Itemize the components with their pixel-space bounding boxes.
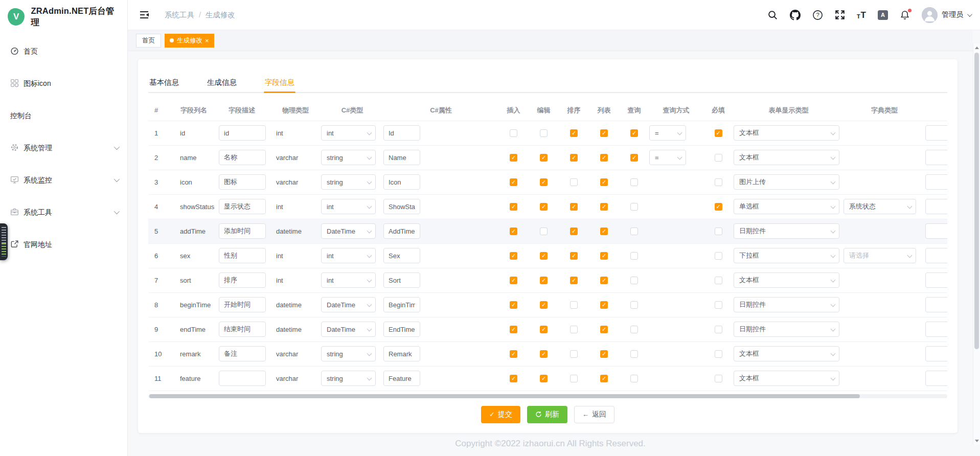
display-type-select[interactable]: 文本框 xyxy=(734,150,839,165)
cs-type-select[interactable]: DateTime xyxy=(321,297,376,312)
query-checkbox[interactable] xyxy=(630,203,638,211)
cs-type-select[interactable]: string xyxy=(321,174,376,190)
query-checkbox[interactable] xyxy=(630,277,638,284)
edit-checkbox[interactable] xyxy=(540,203,548,211)
description-input[interactable] xyxy=(219,248,266,263)
description-input[interactable] xyxy=(219,371,266,386)
cs-property-input[interactable] xyxy=(383,371,420,386)
cs-property-input[interactable] xyxy=(383,223,420,239)
tag-home[interactable]: 首页 xyxy=(136,34,161,48)
sidebar-item-system-monitor[interactable]: 系统监控 xyxy=(0,164,127,196)
tab-generate-info[interactable]: 生成信息 xyxy=(207,73,237,92)
scroll-down-arrow[interactable] xyxy=(973,437,980,444)
clipped-input[interactable] xyxy=(925,125,947,141)
required-checkbox[interactable] xyxy=(715,154,722,162)
cs-type-select[interactable]: int xyxy=(321,199,376,214)
insert-checkbox[interactable] xyxy=(510,301,517,309)
description-input[interactable] xyxy=(219,150,266,165)
insert-checkbox[interactable] xyxy=(510,375,517,382)
horizontal-scrollbar-thumb[interactable] xyxy=(149,394,860,398)
refresh-button[interactable]: 刷新 xyxy=(527,406,567,423)
dict-type-select[interactable]: 请选择 xyxy=(844,248,916,263)
edit-checkbox[interactable] xyxy=(540,326,548,333)
clipped-input[interactable] xyxy=(925,272,947,288)
description-input[interactable] xyxy=(219,272,266,288)
display-type-select[interactable]: 单选框 xyxy=(734,199,839,214)
cs-type-select[interactable]: string xyxy=(321,346,376,361)
list-checkbox[interactable] xyxy=(600,129,608,137)
sort-checkbox[interactable] xyxy=(570,129,578,137)
description-input[interactable] xyxy=(219,223,266,239)
edit-checkbox[interactable] xyxy=(540,350,548,358)
query-type-select[interactable]: = xyxy=(649,125,686,141)
logo-row[interactable]: V ZRAdmin.NET后台管理 xyxy=(0,0,127,34)
sort-checkbox[interactable] xyxy=(570,203,578,211)
cs-type-select[interactable]: int xyxy=(321,272,376,288)
insert-checkbox[interactable] xyxy=(510,203,517,211)
list-checkbox[interactable] xyxy=(600,350,608,358)
scroll-up-arrow[interactable] xyxy=(973,44,980,51)
display-type-select[interactable]: 日期控件 xyxy=(734,297,839,312)
edit-checkbox[interactable] xyxy=(540,301,548,309)
back-button[interactable]: ← 返回 xyxy=(574,406,614,423)
required-checkbox[interactable] xyxy=(715,129,722,137)
insert-checkbox[interactable] xyxy=(510,277,517,284)
description-input[interactable] xyxy=(219,297,266,312)
search-icon[interactable] xyxy=(767,10,778,20)
display-type-select[interactable]: 图片上传 xyxy=(734,174,839,190)
required-checkbox[interactable] xyxy=(715,178,722,186)
close-icon[interactable]: × xyxy=(205,37,209,44)
clipped-input[interactable] xyxy=(925,223,947,239)
description-input[interactable] xyxy=(219,346,266,361)
translate-icon[interactable]: A xyxy=(878,10,888,20)
list-checkbox[interactable] xyxy=(600,203,608,211)
github-icon[interactable] xyxy=(790,10,801,20)
list-checkbox[interactable] xyxy=(600,227,608,235)
cs-property-input[interactable] xyxy=(383,297,420,312)
sort-checkbox[interactable] xyxy=(570,277,578,284)
required-checkbox[interactable] xyxy=(715,326,722,333)
insert-checkbox[interactable] xyxy=(510,326,517,333)
vertical-scrollbar-thumb[interactable] xyxy=(974,53,979,349)
edit-checkbox[interactable] xyxy=(540,277,548,284)
description-input[interactable] xyxy=(219,174,266,190)
cs-type-select[interactable]: int xyxy=(321,248,376,263)
required-checkbox[interactable] xyxy=(715,301,722,309)
description-input[interactable] xyxy=(219,125,266,141)
insert-checkbox[interactable] xyxy=(510,178,517,186)
display-type-select[interactable]: 文本框 xyxy=(734,125,839,141)
query-type-select[interactable]: = xyxy=(649,150,686,165)
tab-basic-info[interactable]: 基本信息 xyxy=(149,73,179,92)
required-checkbox[interactable] xyxy=(715,252,722,260)
tag-active[interactable]: 生成修改 × xyxy=(165,34,214,48)
required-checkbox[interactable] xyxy=(715,203,722,211)
cs-property-input[interactable] xyxy=(383,125,420,141)
list-checkbox[interactable] xyxy=(600,375,608,382)
query-checkbox[interactable] xyxy=(630,326,638,333)
notification-bell-icon[interactable] xyxy=(900,10,910,20)
clipped-input[interactable] xyxy=(925,346,947,361)
edit-checkbox[interactable] xyxy=(540,154,548,162)
query-checkbox[interactable] xyxy=(630,301,638,309)
clipped-input[interactable] xyxy=(925,199,947,214)
insert-checkbox[interactable] xyxy=(510,129,517,137)
sort-checkbox[interactable] xyxy=(570,350,578,358)
clipped-input[interactable] xyxy=(925,150,947,165)
list-checkbox[interactable] xyxy=(600,277,608,284)
query-checkbox[interactable] xyxy=(630,129,638,137)
display-type-select[interactable]: 文本框 xyxy=(734,371,839,386)
sort-checkbox[interactable] xyxy=(570,154,578,162)
cs-property-input[interactable] xyxy=(383,346,420,361)
list-checkbox[interactable] xyxy=(600,326,608,333)
sidebar-item-console[interactable]: 控制台 xyxy=(0,99,127,131)
sort-checkbox[interactable] xyxy=(570,227,578,235)
tab-field-info[interactable]: 字段信息 xyxy=(265,73,294,92)
display-type-select[interactable]: 文本框 xyxy=(734,272,839,288)
sort-checkbox[interactable] xyxy=(570,252,578,260)
cs-type-select[interactable]: DateTime xyxy=(321,223,376,239)
edit-checkbox[interactable] xyxy=(540,227,548,235)
vertical-scrollbar[interactable] xyxy=(973,43,980,445)
edit-checkbox[interactable] xyxy=(540,375,548,382)
query-checkbox[interactable] xyxy=(630,252,638,260)
cs-property-input[interactable] xyxy=(383,150,420,165)
